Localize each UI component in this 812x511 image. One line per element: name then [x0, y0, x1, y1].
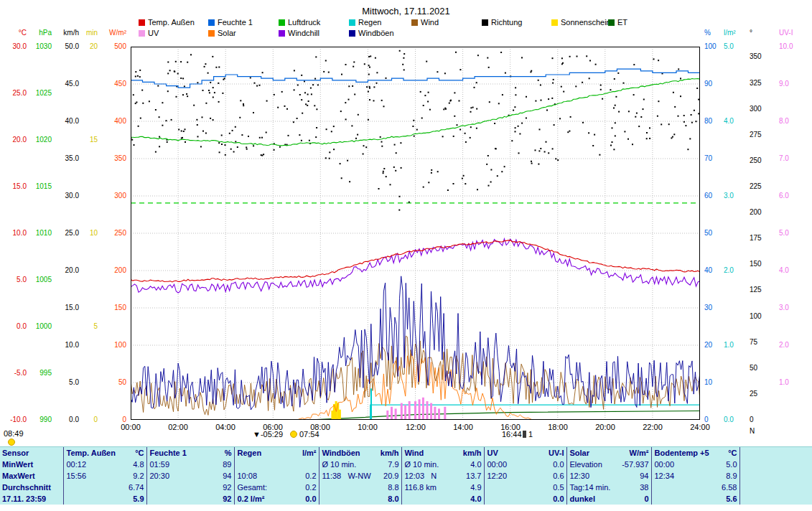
stats-cell: 00:005.0 — [651, 459, 739, 470]
marker-icon — [523, 431, 526, 438]
stats-cell-time: Solar — [570, 449, 590, 457]
stats-row-label: 17.11. 23:59 — [0, 493, 63, 505]
x-tick-label: 20:00 — [589, 423, 621, 431]
weather-day-chart-window: Mittwoch, 17.11.2021 Temp. AußenFeuchte … — [0, 0, 812, 511]
stats-cell-value: km/h — [381, 449, 399, 457]
series-windchill — [131, 239, 700, 293]
x-tick-label: 18:00 — [542, 423, 574, 431]
stats-cell: 0.0 — [484, 493, 566, 505]
stats-cell-value: 4.0 — [470, 494, 481, 503]
stats-cell-time: Wind — [405, 449, 424, 457]
stats-cell-value: 94 — [223, 472, 231, 480]
sun-time-label: 08:49 — [4, 429, 24, 438]
stats-cell: UVUV-I — [484, 447, 566, 459]
stats-row-label: Sensor — [0, 447, 63, 459]
stats-cell-value: 38 — [640, 483, 648, 492]
stats-cell: SolarW/m² — [566, 447, 651, 459]
stats-cell-value: 6.58 — [722, 483, 737, 492]
stats-cell-value: 8.8 — [388, 483, 398, 492]
series-layer — [131, 50, 701, 420]
stats-cell-value: 6.74 — [129, 483, 144, 492]
stats-cell: 92 — [146, 493, 234, 505]
stats-cell-value: 8.0 — [388, 494, 398, 503]
stats-cell-value: -57.937 — [622, 460, 648, 469]
stats-cell-value: 0.0 — [553, 460, 564, 469]
stats-cell: Ø 10 min.4.0 — [401, 459, 484, 470]
stats-cell-time: 20:30 — [150, 472, 170, 480]
stats-cell-value: W/m² — [630, 449, 649, 457]
sun-time-text: 16:44 — [502, 430, 522, 439]
series-richtung — [131, 50, 700, 211]
stats-cell-time: Temp. Außen — [67, 449, 116, 457]
stats-cell-value: 0.5 — [553, 483, 564, 492]
stats-cell-value: °C — [728, 449, 737, 457]
series-windboeen — [131, 276, 700, 410]
stats-cell: Tag:14 min.38 — [566, 482, 651, 493]
stats-cell-value: 9.2 — [133, 472, 144, 480]
stats-cell: 6.74 — [63, 482, 146, 493]
stats-cell-value: 5.0 — [726, 460, 737, 469]
stats-cell: Elevation-57.937 — [566, 459, 651, 470]
stats-cell-time: 15:56 — [67, 472, 87, 480]
stats-cell-value: 13.7 — [466, 472, 481, 480]
stats-cell: 5.9 — [63, 493, 146, 505]
stats-cell: Feuchte 1% — [146, 447, 234, 459]
x-tick-label: 12:00 — [400, 423, 431, 431]
stats-cell: 00:000.0 — [484, 459, 566, 470]
stats-cell-value: 94 — [640, 472, 648, 480]
stats-cell-time: 12:20 — [487, 472, 508, 480]
stats-cell: 8.8 — [319, 482, 401, 493]
stats-cell-time: 12:30 — [570, 472, 590, 480]
stats-cell: 12:348.9 — [651, 470, 739, 482]
stats-cell-time: Windböen — [322, 449, 360, 457]
stats-cell-value: 8.9 — [726, 472, 737, 480]
stats-cell-time: Tag:14 min. — [570, 483, 611, 492]
sun-time-text: 08:49 — [4, 429, 24, 438]
stats-cell: 11:38 W-NW20.9 — [319, 470, 401, 482]
plot-area[interactable] — [0, 0, 812, 511]
x-tick-label: 22:00 — [637, 423, 668, 431]
stats-cell-value: l/m² — [302, 449, 317, 457]
stats-cell-time: Bodentemp +5 — [655, 449, 709, 457]
stats-cell: 10:080.2 — [234, 470, 319, 482]
stats-cell: 12:200.6 — [484, 470, 566, 482]
stats-cell-time: 10:08 — [238, 472, 258, 480]
stats-cell-time: 12:34 — [655, 472, 675, 480]
stats-cell-time: 12:03 N — [405, 472, 437, 480]
stats-cell-value: km/h — [463, 449, 482, 457]
sun-marker — [8, 439, 15, 446]
stats-cell-value: 0.0 — [553, 494, 564, 503]
stats-cell-value: 0.0 — [305, 494, 316, 503]
stats-cell-value: 0.2 — [305, 483, 316, 492]
sun-time-text: 1 — [528, 430, 533, 439]
sun-time-text: ▼-05:29 — [253, 430, 283, 439]
stats-cell: 00:124.8 — [63, 459, 146, 470]
stats-cell-time: Gesamt: — [238, 483, 268, 492]
stats-cell-value: 0 — [644, 494, 648, 503]
stats-cell-time: 0.2 l/m² — [238, 494, 265, 503]
x-tick-label: 00:00 — [115, 423, 146, 431]
stats-cell-time: Ø 10 min. — [405, 460, 439, 469]
stats-cell-filler — [739, 447, 812, 459]
stats-cell-value: 4.9 — [470, 483, 481, 492]
stats-cell: 5.6 — [651, 493, 739, 505]
stats-cell-time: 11:38 W-NW — [322, 472, 371, 480]
x-tick-label: 14:00 — [447, 423, 479, 431]
stats-cell-value: 0.2 — [305, 472, 316, 480]
sun-time-label: ▼-05:29 — [253, 430, 283, 439]
sun-time-label: 16:44 — [502, 430, 522, 439]
sun-marker: 07:54 — [290, 430, 319, 439]
stats-cell: 92 — [146, 482, 234, 493]
x-tick-label: 04:00 — [210, 423, 241, 431]
stats-cell-value: 89 — [223, 460, 231, 469]
sun-time-text: 07:54 — [299, 430, 319, 439]
stats-cell-filler — [739, 493, 812, 505]
stats-cell: Windkm/h — [401, 447, 484, 459]
stats-cell-time: Regen — [238, 449, 262, 457]
stats-cell: Gesamt:0.2 — [234, 482, 319, 493]
stats-cell: Bodentemp +5°C — [651, 447, 739, 459]
sun-icon — [8, 439, 15, 446]
x-tick-label: 24:00 — [684, 423, 716, 431]
stats-cell: 116.8 km4.9 — [401, 482, 484, 493]
stats-cell-value: 5.6 — [726, 494, 737, 503]
